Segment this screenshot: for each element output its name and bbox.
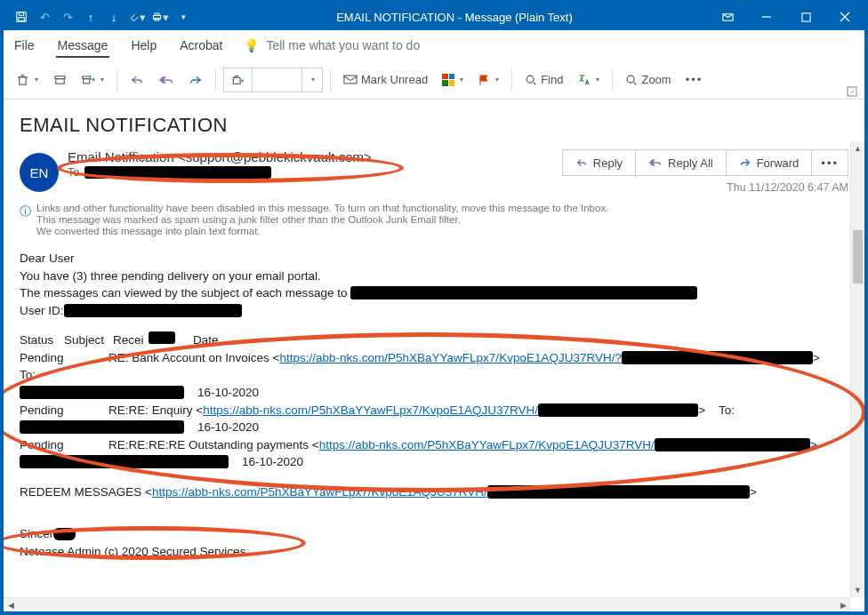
- table-row: Pending RE:RE:RE:RE Outstanding payments…: [20, 436, 848, 454]
- close-icon[interactable]: [825, 4, 864, 30]
- sender-address: Email Notiffication <support@pebblekickv…: [68, 149, 562, 164]
- svg-rect-20: [848, 87, 856, 96]
- undo-icon[interactable]: ↶: [36, 8, 53, 26]
- menu-message[interactable]: Message: [56, 33, 110, 58]
- col-date: Date: [193, 331, 219, 349]
- archive-button[interactable]: [47, 67, 72, 93]
- attach-icon[interactable]: ▾: [128, 8, 146, 26]
- notice-line: We converted this message into plain tex…: [36, 226, 608, 236]
- table-row: Pending RE: Bank Account on Invoices <ht…: [20, 349, 848, 384]
- qat-dropdown-icon[interactable]: ▾: [174, 8, 192, 26]
- menu-file[interactable]: File: [12, 33, 36, 58]
- svg-rect-13: [55, 79, 63, 84]
- scroll-up-icon[interactable]: ▲: [851, 141, 864, 156]
- phishing-link[interactable]: https://abb-nks.com/P5hXBaYYawFLpx7/Kvpo…: [280, 349, 622, 367]
- menu-bar: File Message Help Acrobat 💡 Tell me what…: [4, 30, 864, 60]
- table-row: 16-10-2020: [20, 419, 848, 436]
- more-actions[interactable]: •••: [812, 150, 848, 175]
- to-label: To: [68, 166, 79, 179]
- move-split-button[interactable]: ▾: [223, 68, 323, 92]
- scroll-left-icon[interactable]: ◀: [4, 598, 18, 611]
- phishing-link[interactable]: https://abb-nks.com/P5hXBaYYawFLpx7/Kvpo…: [152, 483, 487, 501]
- ribbon-display-icon[interactable]: [708, 4, 747, 30]
- delete-button[interactable]: ▾: [11, 67, 44, 93]
- svg-rect-1: [19, 12, 23, 16]
- zoom-button[interactable]: Zoom: [620, 67, 676, 93]
- vertical-scrollbar[interactable]: ▲ ▼: [850, 141, 864, 597]
- svg-rect-16: [233, 77, 240, 84]
- redacted-text: [350, 286, 697, 300]
- tell-me-search[interactable]: 💡 Tell me what you want to do: [244, 38, 420, 52]
- forward-action[interactable]: Forward: [727, 150, 813, 175]
- svg-point-18: [526, 76, 534, 83]
- move-dropdown-icon[interactable]: ▾: [302, 68, 322, 92]
- sender-avatar: EN: [20, 153, 59, 192]
- col-recipient: Recei: [113, 331, 149, 349]
- body-footer: Netease Admin (c) 2020 Secured Services: [20, 543, 848, 561]
- more-commands-button[interactable]: •••: [680, 67, 709, 93]
- reply-all-button[interactable]: [153, 67, 180, 93]
- redo-icon[interactable]: ↷: [59, 8, 76, 26]
- find-button[interactable]: Find: [519, 67, 568, 93]
- reply-action[interactable]: Reply: [563, 150, 636, 175]
- svg-rect-11: [20, 77, 27, 84]
- body-text: User ID:: [20, 302, 848, 320]
- scroll-thumb[interactable]: [853, 230, 863, 284]
- message-content: EMAIL NOTIFICATION EN Email Notifficatio…: [4, 100, 864, 597]
- print-icon[interactable]: ▾: [151, 8, 169, 26]
- minimize-icon[interactable]: [747, 4, 786, 30]
- lightbulb-icon: 💡: [244, 38, 259, 52]
- redacted-text: [64, 304, 242, 317]
- message-datetime: Thu 11/12/2020 6:47 AM: [562, 181, 848, 194]
- notice-line: Links and other functionality have been …: [36, 203, 608, 213]
- redacted-recipient: [84, 166, 271, 179]
- table-row: 16-10-2020: [20, 453, 848, 471]
- svg-rect-2: [19, 18, 25, 21]
- menu-acrobat[interactable]: Acrobat: [178, 33, 224, 58]
- window-title: EMAIL NOTIFICATION - Message (Plain Text…: [201, 11, 708, 24]
- categorize-button[interactable]: ▾: [437, 67, 469, 93]
- svg-rect-8: [801, 12, 809, 20]
- col-status: Status: [20, 331, 64, 349]
- move-main-icon[interactable]: [224, 68, 253, 92]
- scroll-down-icon[interactable]: ▼: [851, 583, 864, 597]
- reply-button[interactable]: [125, 67, 149, 93]
- window-controls: [708, 4, 864, 30]
- up-arrow-icon[interactable]: ↑: [82, 8, 100, 26]
- table-header: Status Subject Recei Date: [20, 331, 848, 349]
- info-icon: ⓘ: [20, 204, 31, 237]
- info-bar: ⓘ Links and other functionality have bee…: [20, 203, 848, 237]
- quick-access-toolbar: ↶ ↷ ↑ ↓ ▾ ▾ ▾: [4, 8, 201, 26]
- svg-rect-4: [155, 13, 159, 15]
- recipient-line: To: [68, 166, 562, 179]
- ribbon-expand-icon[interactable]: [847, 86, 857, 97]
- horizontal-scrollbar[interactable]: ◀ ▶: [4, 597, 850, 611]
- mark-unread-button[interactable]: Mark Unread: [338, 67, 433, 93]
- body-text: REDEEM MESSAGES <https://abb-nks.com/P5h…: [20, 483, 848, 501]
- menu-help[interactable]: Help: [129, 33, 158, 58]
- title-bar: ↶ ↷ ↑ ↓ ▾ ▾ ▾ EMAIL NOTIFICATION - Messa…: [4, 4, 864, 30]
- ribbon-toolbar: ▾ ▾ ▾ Mark Unread ▾ ▾ Find ▾ Zoom •••: [4, 60, 864, 100]
- reply-all-action[interactable]: Reply All: [636, 150, 727, 175]
- table-row: Pending RE:RE: Enquiry <https://abb-nks.…: [20, 402, 848, 419]
- notice-line: This message was marked as spam using a …: [36, 214, 608, 225]
- save-icon[interactable]: [12, 8, 30, 26]
- tell-me-placeholder: Tell me what you want to do: [266, 38, 420, 52]
- message-actions: Reply Reply All Forward •••: [562, 149, 848, 176]
- svg-rect-15: [84, 79, 90, 84]
- table-row: 16-10-2020: [20, 384, 848, 402]
- translate-button[interactable]: ▾: [572, 67, 605, 93]
- body-text: You have (3) three pending delivery on y…: [20, 268, 848, 285]
- scroll-right-icon[interactable]: ▶: [836, 598, 850, 611]
- col-subject: Subject: [64, 331, 113, 349]
- phishing-link[interactable]: https://abb-nks.com/P5hXBaYYawFLpx7/Kvpo…: [203, 402, 538, 419]
- body-text: The messages can viewed by the subject o…: [20, 284, 848, 302]
- forward-button[interactable]: [183, 67, 208, 93]
- message-body: Dear User You have (3) three pending del…: [20, 250, 848, 560]
- message-subject: EMAIL NOTIFICATION: [20, 114, 848, 137]
- move-to-button[interactable]: ▾: [76, 67, 109, 93]
- down-arrow-icon[interactable]: ↓: [105, 8, 123, 26]
- phishing-link[interactable]: https://abb-nks.com/P5hXBaYYawFLpx7/Kvpo…: [319, 436, 655, 454]
- follow-up-flag-button[interactable]: ▾: [472, 67, 504, 93]
- maximize-icon[interactable]: [786, 4, 825, 30]
